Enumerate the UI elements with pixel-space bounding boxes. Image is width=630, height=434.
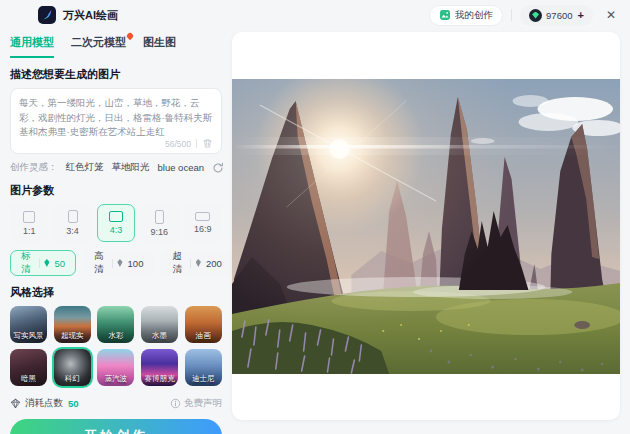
cost-value: 50 [68,398,79,409]
inspiration-tag[interactable]: blue ocean [158,162,204,173]
prompt-box: 每天，第一缕阳光，山峦，草地，野花，云彩，戏剧性的灯光，日出，格雷格·鲁特科夫斯… [10,88,222,154]
inspiration-tag[interactable]: 红色灯笼 [66,161,104,174]
my-creations-label: 我的创作 [455,9,493,22]
hot-badge-icon [126,32,134,40]
top-bar: 万兴AI绘画 我的创作 97600 + ✕ [0,0,630,30]
char-counter: 56/500 [165,139,191,149]
ratio-3-4[interactable]: 3:4 [53,204,91,242]
info-icon [170,398,181,409]
free-disclaimer-link[interactable]: 免费声明 [170,397,222,410]
style-dark[interactable]: 暗黑 [10,349,47,386]
ratio-shape-icon [23,211,35,223]
result-card [232,32,620,420]
points-button[interactable]: 97600 + [520,5,593,26]
quality-high[interactable]: 高清100 [83,250,154,276]
add-points-icon[interactable]: + [578,9,584,21]
cost-row: 消耗点数 50 免费声明 [10,397,222,410]
tab-general-model[interactable]: 通用模型 [10,35,54,58]
cost-label: 消耗点数 [25,397,63,410]
model-tabs: 通用模型 二次元模型 图生图 [10,32,222,58]
gem-outline-icon [10,398,21,409]
settings-panel: 通用模型 二次元模型 图生图 描述您想要生成的图片 每天，第一缕阳光，山峦，草地… [10,32,222,420]
topbar-divider [511,9,512,21]
quality-ultra[interactable]: 超清200 [161,250,232,276]
trash-icon[interactable] [202,138,213,149]
app-logo-icon [38,6,56,24]
ratio-9-16[interactable]: 9:16 [140,204,178,242]
style-realistic-landscape[interactable]: 写实风景 [10,306,47,343]
gallery-icon [439,9,451,21]
close-icon[interactable]: ✕ [606,9,616,21]
gem-icon [44,259,49,267]
style-grid: 写实风景 超现实 水彩 水墨 油画 暗黑 科幻 蒸汽波 赛博朋克 迪士尼 [10,306,222,386]
quality-divider [190,259,191,268]
style-vaporwave[interactable]: 蒸汽波 [97,349,134,386]
style-surreal[interactable]: 超现实 [54,306,91,343]
counter-divider [196,139,197,148]
params-heading: 图片参数 [10,183,222,198]
ratio-shape-icon [109,211,123,222]
style-watercolor[interactable]: 水彩 [97,306,134,343]
style-disney[interactable]: 迪士尼 [185,349,222,386]
prompt-heading: 描述您想要生成的图片 [10,67,222,82]
ratio-4-3[interactable]: 4:3 [97,204,135,242]
ratio-shape-icon [155,210,164,224]
quality-divider [112,259,113,268]
prompt-input[interactable]: 每天，第一缕阳光，山峦，草地，野花，云彩，戏剧性的灯光，日出，格雷格·鲁特科夫斯… [19,96,213,137]
style-ink-wash[interactable]: 水墨 [141,306,178,343]
quality-group: 标清50 高清100 超清200 [10,250,222,276]
styles-heading: 风格选择 [10,285,222,300]
ratio-shape-icon [68,210,78,223]
my-creations-button[interactable]: 我的创作 [429,5,503,26]
gem-icon [196,259,201,267]
points-value: 97600 [546,10,572,21]
style-oil-painting[interactable]: 油画 [185,306,222,343]
points-gem-icon [529,9,542,22]
tab-image-to-image[interactable]: 图生图 [143,35,176,58]
quality-divider [39,259,40,268]
inspiration-row: 创作灵感： 红色灯笼 草地阳光 blue ocean [10,161,222,174]
style-cyberpunk[interactable]: 赛博朋克 [141,349,178,386]
ratio-16-9[interactable]: 16:9 [184,204,222,242]
free-disclaimer-label: 免费声明 [184,397,222,410]
app-title: 万兴AI绘画 [63,8,118,23]
inspiration-tag[interactable]: 草地阳光 [112,161,150,174]
refresh-icon[interactable] [212,162,224,174]
inspiration-label: 创作灵感： [10,161,58,174]
ratio-shape-icon [195,212,210,221]
style-scifi[interactable]: 科幻 [54,349,91,386]
quality-standard[interactable]: 标清50 [10,250,76,276]
start-create-button[interactable]: 开始创作 [10,419,222,434]
ratio-1-1[interactable]: 1:1 [10,204,48,242]
gem-icon [117,259,122,267]
generated-image[interactable] [232,79,620,374]
aspect-ratio-group: 1:1 3:4 4:3 9:16 16:9 [10,204,222,242]
tab-anime-model[interactable]: 二次元模型 [71,35,126,58]
